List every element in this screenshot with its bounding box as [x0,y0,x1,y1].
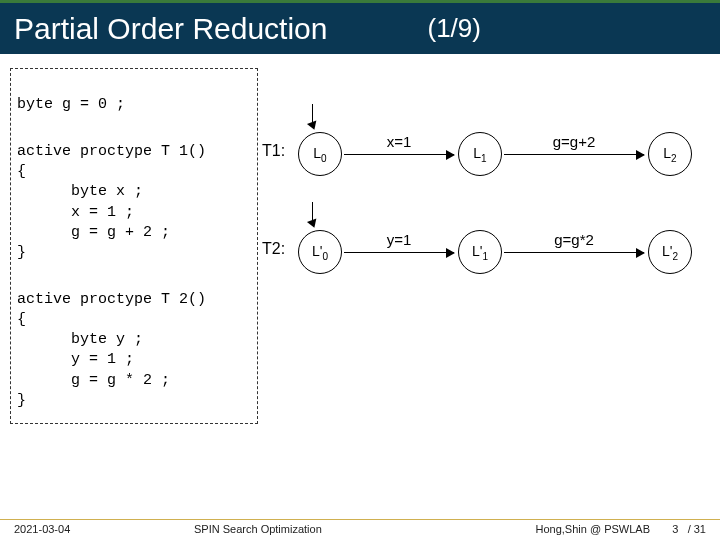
transition-arrow: y=1 [344,252,454,253]
footer-date: 2021-03-04 [14,523,134,535]
row-label: T2: [262,240,285,258]
initial-arrow-icon [312,104,332,134]
code-line: byte y ; [17,331,143,348]
slide-content: byte g = 0 ; active proctype T 1() { byt… [0,54,720,424]
row-label: T1: [262,142,285,160]
state-node: L0 [298,132,342,176]
transition-arrow: g=g*2 [504,252,644,253]
code-line: byte x ; [17,183,143,200]
transition-label: x=1 [344,133,454,150]
code-line: byte g = 0 ; [17,96,125,113]
diagram-row-t2: T2: L'0 y=1 L'1 g=g*2 L'2 [268,220,718,284]
code-line: { [17,163,26,180]
code-line: g = g * 2 ; [17,372,170,389]
transition-label: g=g*2 [504,231,644,248]
code-line: active proctype T 1() [17,143,206,160]
state-node: L1 [458,132,502,176]
transition-label: y=1 [344,231,454,248]
transition-arrow: g=g+2 [504,154,644,155]
footer-total: / 31 [688,523,706,535]
transition-label: g=g+2 [504,133,644,150]
state-diagram: T1: L0 x=1 L1 g=g+2 L2 T2: L'0 y=1 L'1 g… [268,122,718,318]
footer: 2021-03-04 SPIN Search Optimization Hong… [0,519,720,540]
transition-arrow: x=1 [344,154,454,155]
initial-arrow-icon [312,202,332,232]
code-box: byte g = 0 ; active proctype T 1() { byt… [10,68,258,424]
code-line: } [17,244,26,261]
code-line: x = 1 ; [17,204,134,221]
state-node: L'2 [648,230,692,274]
footer-author: Hong,Shin @ PSWLAB [490,523,650,535]
footer-page: 3 [672,523,678,535]
title-bar: Partial Order Reduction (1/9) [0,0,720,54]
code-line: active proctype T 2() [17,291,206,308]
slide-counter: (1/9) [427,13,480,44]
state-node: L'0 [298,230,342,274]
state-node: L2 [648,132,692,176]
code-line: { [17,311,26,328]
diagram-row-t1: T1: L0 x=1 L1 g=g+2 L2 [268,122,718,186]
slide-title: Partial Order Reduction [14,12,327,46]
code-line: g = g + 2 ; [17,224,170,241]
footer-title: SPIN Search Optimization [134,523,490,535]
code-line: y = 1 ; [17,351,134,368]
code-line: } [17,392,26,409]
state-node: L'1 [458,230,502,274]
